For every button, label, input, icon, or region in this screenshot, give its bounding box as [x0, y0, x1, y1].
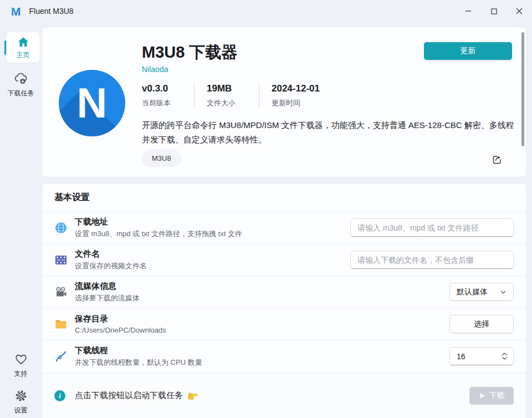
setting-title: 文件名 — [75, 249, 350, 259]
download-button[interactable]: 下载 — [469, 387, 514, 405]
close-button[interactable] — [507, 0, 532, 22]
sidebar-item-download-tasks[interactable]: 下载任务 — [0, 71, 42, 98]
app-title: Fluent M3U8 — [29, 7, 74, 16]
setting-row-stream-info: 流媒体信息 选择要下载的流媒体 默认媒体 — [42, 276, 526, 308]
sidebar-item-settings[interactable]: 设置 — [0, 389, 42, 415]
thread-count-stepper[interactable] — [449, 347, 514, 365]
share-button[interactable] — [489, 151, 505, 167]
app-stats: v0.3.0 当前版本 19MB 文件大小 2024-12-01 更新时间 — [142, 83, 320, 108]
sidebar-item-label: 支持 — [14, 369, 28, 379]
setting-row-save-directory: 保存目录 C:/Users/OnePC/Downloads 选择 — [42, 308, 526, 340]
titlebar: M Fluent M3U8 — [0, 0, 532, 22]
stat-filesize: 19MB 文件大小 — [207, 83, 254, 108]
setting-subtitle: 并发下载的线程数量，默认为 CPU 数量 — [75, 358, 449, 368]
update-button[interactable]: 更新 — [424, 42, 512, 60]
tag-m3u8[interactable]: M3U8 — [142, 150, 181, 167]
author-link[interactable]: Nilaoda — [142, 65, 168, 74]
film-icon — [54, 253, 68, 267]
filename-input[interactable] — [350, 251, 514, 269]
setting-title: 流媒体信息 — [75, 281, 449, 292]
stepper-arrows[interactable] — [502, 353, 508, 360]
setting-row-download-url: 下载地址 设置 m3u8、mpd 或 txt 文件路径，支持拖拽 txt 文件 — [42, 211, 526, 243]
basic-settings-card: 基本设置 下载地址 设置 m3u8、mpd 或 txt 文件路径，支持拖拽 tx… — [42, 183, 526, 418]
sidebar-item-label: 下载任务 — [8, 89, 34, 98]
setting-row-threads: 下载线程 并发下载的线程数量，默认为 CPU 数量 — [42, 340, 526, 372]
chevron-down-icon — [500, 289, 507, 295]
info-icon: i — [54, 390, 65, 401]
scrollbar-thumb[interactable] — [521, 32, 524, 146]
setting-title: 下载线程 — [75, 345, 449, 356]
setting-subtitle: C:/Users/OnePC/Downloads — [75, 326, 449, 334]
movie-camera-icon — [54, 286, 68, 299]
app-description: 开源的跨平台命令行 M3U8/MPD/ISM 文件下载器，功能强大，支持普通 A… — [142, 118, 514, 147]
cloud-download-icon — [14, 71, 28, 85]
chevron-down-icon — [502, 356, 508, 360]
minimize-icon — [465, 8, 472, 14]
divider — [259, 83, 259, 108]
sidebar-item-support[interactable]: 支持 — [0, 353, 42, 379]
download-button-label: 下载 — [489, 391, 505, 401]
setting-title: 保存目录 — [75, 314, 449, 324]
sidebar-item-home[interactable]: 主页 — [0, 32, 42, 63]
page-title: M3U8 下载器 — [142, 42, 237, 64]
setting-subtitle: 选择要下载的流媒体 — [75, 293, 449, 303]
app-window: M Fluent M3U8 主页 — [0, 0, 532, 418]
home-icon — [17, 35, 30, 49]
thread-icon — [54, 350, 68, 363]
media-select-value: 默认媒体 — [457, 287, 488, 297]
section-title: 基本设置 — [42, 183, 526, 211]
maximize-icon — [491, 8, 497, 14]
stat-updated: 2024-12-01 更新时间 — [272, 83, 320, 108]
app-info-card: 更新 N M3U8 下载器 Nilaoda v0.3.0 当前版本 19MB 文… — [42, 27, 526, 177]
thread-count-input[interactable] — [457, 352, 502, 361]
active-indicator — [4, 40, 6, 55]
stat-version: v0.3.0 当前版本 — [142, 83, 190, 108]
app-icon-letter: N — [59, 70, 125, 136]
close-icon — [516, 8, 523, 14]
app-logo-icon: M — [11, 6, 21, 17]
minimize-button[interactable] — [456, 0, 481, 22]
setting-row-filename: 文件名 设置保存的视频文件名 — [42, 243, 526, 276]
pointing-right-icon — [187, 390, 198, 401]
setting-title: 下载地址 — [75, 217, 350, 227]
chevron-up-icon — [502, 353, 508, 356]
sidebar: 主页 下载任务 支持 设置 — [0, 22, 42, 418]
globe-icon — [54, 221, 68, 235]
download-hint: 点击下载按钮以启动下载任务 — [75, 390, 198, 401]
heart-icon — [14, 353, 28, 366]
setting-subtitle: 设置保存的视频文件名 — [75, 261, 350, 271]
share-icon — [492, 154, 503, 165]
download-url-input[interactable] — [350, 218, 514, 237]
choose-directory-button[interactable]: 选择 — [449, 315, 514, 333]
app-icon: N — [59, 70, 125, 136]
divider — [194, 83, 195, 108]
maximize-button[interactable] — [481, 0, 507, 22]
sidebar-item-label: 主页 — [17, 50, 30, 60]
setting-subtitle: 设置 m3u8、mpd 或 txt 文件路径，支持拖拽 txt 文件 — [75, 229, 350, 239]
play-icon — [479, 392, 485, 399]
folder-icon — [54, 318, 68, 331]
window-controls — [456, 0, 532, 22]
sidebar-item-label: 设置 — [14, 406, 28, 415]
media-select[interactable]: 默认媒体 — [449, 283, 514, 301]
gear-icon — [14, 389, 28, 402]
download-action-bar: i 点击下载按钮以启动下载任务 下载 — [42, 373, 526, 418]
